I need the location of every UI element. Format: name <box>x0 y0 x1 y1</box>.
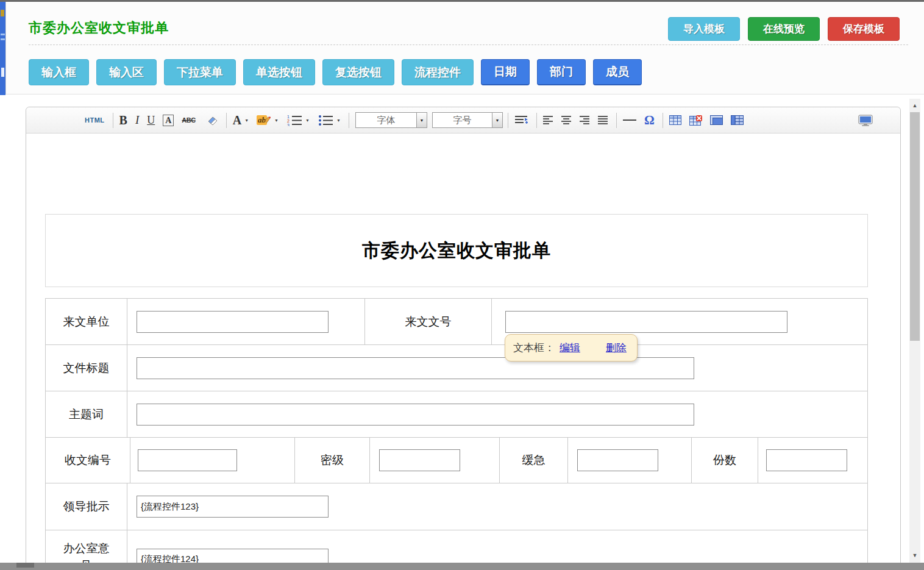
screen: 市委办公室收文审批单 导入模板 在线预览 保存模板 输入框 输入区 下拉菜单 单… <box>0 0 924 570</box>
insert-table-button[interactable] <box>669 115 681 125</box>
table-row: 文件标题 <box>46 344 867 391</box>
window-bottom-edge <box>0 563 924 570</box>
cell-copies <box>758 438 869 483</box>
table-cell-button[interactable] <box>710 115 723 125</box>
table-row: 主题词 <box>46 391 867 437</box>
header-actions: 导入模板 在线预览 保存模板 <box>668 17 900 41</box>
table-row: 领导批示 <box>46 483 867 530</box>
add-radio-button[interactable]: 单选按钮 <box>243 59 315 85</box>
label-leader-note: 领导批示 <box>46 483 127 530</box>
toolbar-separator <box>226 113 227 128</box>
font-size-select[interactable]: 字号 ▼ <box>432 112 503 128</box>
cell-secrecy <box>369 438 499 483</box>
add-department-button[interactable]: 部门 <box>537 59 586 85</box>
table-delete-icon <box>689 115 702 126</box>
form-title-box: 市委办公室收文审批单 <box>45 214 868 287</box>
background-window-strip <box>0 2 5 95</box>
leader-note-input[interactable] <box>137 496 329 518</box>
cell-leader-note <box>127 483 869 530</box>
label-doc-number: 来文文号 <box>364 299 491 344</box>
indent-button[interactable] <box>514 115 528 126</box>
strip-artifact <box>1 68 4 77</box>
doc-number-input[interactable] <box>505 311 787 333</box>
font-color-button[interactable]: A ▼ <box>233 113 249 127</box>
strip-artifact <box>1 38 5 40</box>
import-template-button[interactable]: 导入模板 <box>668 17 740 41</box>
svg-text:1: 1 <box>287 115 290 119</box>
monitor-icon <box>858 115 873 127</box>
source-unit-input[interactable] <box>137 311 329 333</box>
scrollbar-thumb[interactable] <box>910 112 920 341</box>
window-top-edge <box>0 0 924 2</box>
align-justify-button[interactable] <box>598 116 608 125</box>
strikethrough-button[interactable]: ABC <box>182 116 195 124</box>
fullscreen-button[interactable] <box>858 107 873 134</box>
delete-table-button[interactable] <box>689 115 702 126</box>
add-date-button[interactable]: 日期 <box>481 59 530 85</box>
tooltip-delete-link[interactable]: 删除 <box>606 341 627 355</box>
add-member-button[interactable]: 成员 <box>593 59 642 85</box>
add-input-box-button[interactable]: 输入框 <box>29 59 89 85</box>
scroll-down-arrow[interactable]: ▼ <box>909 550 920 561</box>
cell-urgency <box>567 438 691 483</box>
editor-toolbar: HTML B I U A ABC A ▼ ab <box>26 107 900 134</box>
save-template-button[interactable]: 保存模板 <box>828 17 900 41</box>
bold-button[interactable]: B <box>119 113 127 127</box>
align-justify-icon <box>598 116 608 125</box>
label-source-unit: 来文单位 <box>46 299 127 344</box>
align-right-button[interactable] <box>580 116 590 125</box>
page-title: 市委办公室收文审批单 <box>29 19 169 37</box>
font-family-select[interactable]: 字体 ▼ <box>355 112 427 128</box>
cell-doc-title <box>127 345 869 391</box>
receipt-no-input[interactable] <box>138 449 237 471</box>
label-subject: 主题词 <box>46 391 127 437</box>
chevron-down-icon: ▼ <box>492 113 502 127</box>
form-title: 市委办公室收文审批单 <box>362 238 551 263</box>
add-dropdown-button[interactable]: 下拉菜单 <box>164 59 236 85</box>
cell-receipt-no <box>130 438 294 483</box>
vertical-scrollbar[interactable]: ▲ ▼ <box>909 99 920 570</box>
indent-icon <box>514 115 528 126</box>
special-char-button[interactable]: Ω <box>644 113 655 128</box>
editor-content[interactable]: 市委办公室收文审批单 来文单位 来文文号 文件标题 <box>26 134 900 570</box>
svg-text:3: 3 <box>287 123 290 126</box>
chevron-down-icon: ▼ <box>336 118 341 123</box>
html-source-button[interactable]: HTML <box>85 116 105 124</box>
add-checkbox-button[interactable]: 复选按钮 <box>322 59 394 85</box>
subject-input[interactable] <box>137 404 694 426</box>
eraser-icon <box>204 115 218 126</box>
align-center-button[interactable] <box>561 116 572 125</box>
secrecy-input[interactable] <box>379 449 460 471</box>
online-preview-button[interactable]: 在线预览 <box>748 17 820 41</box>
tooltip-edit-link[interactable]: 编辑 <box>560 341 580 355</box>
add-textarea-button[interactable]: 输入区 <box>96 59 157 85</box>
cell-source-unit <box>127 299 364 344</box>
scroll-up-arrow[interactable]: ▲ <box>909 100 920 111</box>
eraser-button[interactable] <box>204 115 218 126</box>
align-left-icon <box>543 116 553 125</box>
table-icon <box>669 115 681 125</box>
bullet-list-button[interactable]: ▼ <box>318 114 341 126</box>
bottom-edge-notch <box>16 563 34 568</box>
urgency-input[interactable] <box>577 449 658 471</box>
tooltip-label: 文本框： <box>513 341 555 355</box>
label-receipt-no: 收文编号 <box>46 438 130 483</box>
toolbar-separator <box>536 113 537 128</box>
chevron-down-icon: ▼ <box>244 118 249 123</box>
table-props-button[interactable] <box>731 115 744 125</box>
align-left-button[interactable] <box>543 116 553 125</box>
chevron-down-icon: ▼ <box>305 118 310 123</box>
underline-button[interactable]: U <box>147 114 155 127</box>
table-row: 来文单位 来文文号 <box>46 299 867 344</box>
form-table: 来文单位 来文文号 文件标题 <box>45 298 868 570</box>
horizontal-rule-button[interactable] <box>623 119 636 121</box>
highlight-color-button[interactable]: ab ▼ <box>257 115 279 125</box>
inline-style-button[interactable]: A <box>163 115 174 126</box>
italic-button[interactable]: I <box>135 113 139 127</box>
font-size-value: 字号 <box>433 115 492 126</box>
svg-text:2: 2 <box>287 119 290 123</box>
header: 市委办公室收文审批单 导入模板 在线预览 保存模板 输入框 输入区 下拉菜单 单… <box>5 2 924 94</box>
copies-input[interactable] <box>766 449 847 471</box>
add-flow-control-button[interactable]: 流程控件 <box>402 59 474 85</box>
ordered-list-button[interactable]: 1 2 3 ▼ <box>286 114 310 126</box>
